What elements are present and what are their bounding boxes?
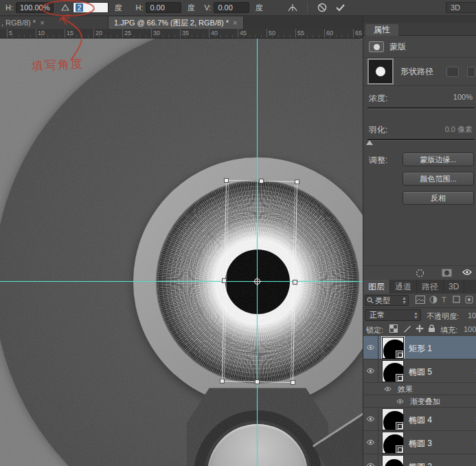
visibility-toggle[interactable]	[363, 359, 378, 382]
feather-slider[interactable]	[367, 139, 475, 140]
mask-row: 蒙版	[363, 38, 476, 55]
layers-panel-tabs: 图层 通道 路径 3D	[363, 280, 476, 293]
horizontal-ruler[interactable]: 5 10 15 20 25 30 35 40 45 50 55 60 65	[0, 29, 363, 38]
add-pixel-mask-icon[interactable]	[446, 67, 459, 77]
visibility-toggle[interactable]	[363, 408, 378, 430]
visibility-toggle[interactable]	[363, 336, 378, 359]
right-panel-dock: 属性 蒙版 形状路径 浓度: 100% 羽化: 0.0 像素 调整: 蒙版边缘.…	[363, 16, 476, 466]
ruler-number: 45	[240, 30, 247, 36]
transform-handle-middle-left[interactable]	[222, 278, 227, 282]
layer-thumbnail[interactable]	[383, 456, 403, 466]
eye-icon	[384, 386, 392, 392]
layer-row-ellipse-3[interactable]: 椭圆 3 fx	[363, 431, 476, 454]
tab-3d[interactable]: 3D	[444, 280, 464, 293]
filter-kind-dropdown[interactable]: 类型 ▲▼	[365, 295, 409, 306]
layer-name[interactable]: 椭圆 2	[409, 461, 432, 466]
tab-layers[interactable]: 图层	[363, 280, 390, 293]
close-icon[interactable]: ×	[40, 19, 44, 27]
layer-row-ellipse-4[interactable]: 椭圆 4 fx	[363, 408, 476, 431]
layer-row-rectangle-1[interactable]: 矩形 1	[363, 336, 476, 359]
mask-edge-button[interactable]: 蒙版边缘...	[403, 153, 474, 166]
transform-handle-top-middle[interactable]	[259, 179, 264, 184]
transform-handle-bottom-middle[interactable]	[255, 379, 260, 384]
blend-mode-dropdown[interactable]: 正常 ▲▼	[365, 309, 421, 321]
v-skew-input[interactable]: 0.00	[214, 2, 249, 13]
h-skew-input[interactable]: 0.00	[146, 2, 181, 13]
warp-mode-button[interactable]	[286, 1, 299, 14]
search-icon	[367, 297, 374, 304]
filter-smart-object-icon[interactable]	[465, 296, 473, 305]
cancel-transform-button[interactable]	[315, 1, 329, 14]
document-tab-active[interactable]: 1.JPG @ 66.7% (图层 2, RGB/8) * ×	[109, 16, 244, 29]
fill-value[interactable]: 100%	[464, 325, 476, 333]
document-tab-partial[interactable]: , RGB/8) * ×	[0, 16, 109, 29]
effects-row[interactable]: 效果	[363, 383, 476, 395]
layer-name[interactable]: 椭圆 3	[409, 438, 432, 450]
layer-name[interactable]: 椭圆 4	[409, 414, 432, 426]
layer-thumbnail[interactable]	[383, 361, 403, 381]
commit-transform-button[interactable]	[333, 1, 347, 14]
transform-handle-bottom-right[interactable]	[291, 380, 295, 385]
eye-icon	[396, 399, 404, 404]
tab-properties[interactable]: 属性	[365, 24, 398, 36]
ruler-number: 15	[67, 30, 73, 36]
feather-slider-thumb[interactable]	[366, 140, 373, 145]
color-range-button[interactable]: 颜色范围...	[403, 172, 474, 186]
lock-pixels-brush-icon[interactable]	[403, 324, 411, 334]
density-slider[interactable]	[367, 107, 475, 109]
layer-row-ellipse-5[interactable]: 椭圆 5 fx	[363, 359, 476, 383]
invert-button[interactable]: 反相	[403, 191, 474, 205]
mask-visibility-eye-icon[interactable]	[462, 269, 472, 277]
transform-reference-point[interactable]	[254, 278, 260, 285]
layer-thumbnail[interactable]	[383, 337, 403, 358]
filter-pixel-layers-icon[interactable]	[416, 296, 425, 305]
layer-filter-row: 类型 ▲▼ T	[363, 293, 476, 308]
layer-row-ellipse-2[interactable]: 椭圆 2 fx	[363, 454, 476, 466]
close-icon[interactable]: ×	[233, 19, 237, 27]
transform-handle-bottom-left[interactable]	[220, 379, 225, 384]
add-vector-mask-icon[interactable]	[467, 67, 475, 77]
horizontal-guide[interactable]	[0, 281, 363, 282]
gradient-overlay-label: 渐变叠加	[410, 397, 440, 407]
lock-all-padlock-icon[interactable]	[428, 324, 435, 334]
layer-thumbnail[interactable]	[383, 432, 403, 453]
rotation-angle-input[interactable]: 2	[73, 2, 109, 13]
effects-visibility-toggle[interactable]	[384, 385, 392, 393]
workspace-switcher[interactable]: 3D	[446, 2, 476, 13]
filter-kind-label: 类型	[375, 296, 390, 304]
filter-type-layers-icon[interactable]: T	[442, 296, 446, 304]
layer-list: 矩形 1 椭圆 5 fx 效果 渐变叠加	[363, 336, 476, 466]
chevron-updown-icon: ▲▼	[413, 311, 418, 320]
canvas-area[interactable]	[0, 38, 363, 466]
lock-position-move-icon[interactable]	[416, 324, 424, 334]
layer-name[interactable]: 矩形 1	[409, 343, 432, 355]
angle-unit-label: 度	[114, 3, 122, 13]
filter-adjustment-layers-icon[interactable]	[429, 296, 438, 305]
feather-value[interactable]: 0.0 像素	[445, 124, 473, 135]
visibility-toggle[interactable]	[363, 431, 378, 454]
eye-icon	[366, 439, 375, 445]
load-selection-icon[interactable]	[416, 269, 424, 279]
layer-name[interactable]: 椭圆 5	[409, 366, 432, 378]
filter-shape-layers-icon[interactable]	[453, 296, 460, 304]
shape-mask-thumbnail[interactable]	[367, 58, 394, 85]
tab-paths[interactable]: 路径	[417, 280, 444, 293]
lock-row: 锁定: 填充: 100%	[363, 322, 476, 336]
apply-mask-icon[interactable]	[442, 269, 452, 278]
transform-handle-middle-right[interactable]	[293, 280, 297, 285]
density-value[interactable]: 100%	[453, 93, 473, 101]
scale-field[interactable]: 100.00%	[16, 2, 54, 13]
transform-handle-top-right[interactable]	[295, 179, 299, 184]
opacity-value[interactable]: 100%	[468, 311, 476, 320]
ruler-number: 55	[297, 30, 304, 36]
layer-thumbnail[interactable]	[383, 409, 403, 430]
visibility-toggle[interactable]	[363, 454, 378, 466]
effect-visibility-toggle[interactable]	[396, 397, 404, 406]
eye-icon	[366, 368, 375, 374]
transform-handle-top-left[interactable]	[224, 178, 229, 183]
ruler-number: 60	[326, 30, 333, 36]
scale-label: H:	[5, 3, 13, 12]
gradient-overlay-row[interactable]: 渐变叠加	[363, 395, 476, 408]
tab-channels[interactable]: 通道	[390, 280, 417, 293]
lock-transparency-icon[interactable]	[389, 324, 398, 334]
